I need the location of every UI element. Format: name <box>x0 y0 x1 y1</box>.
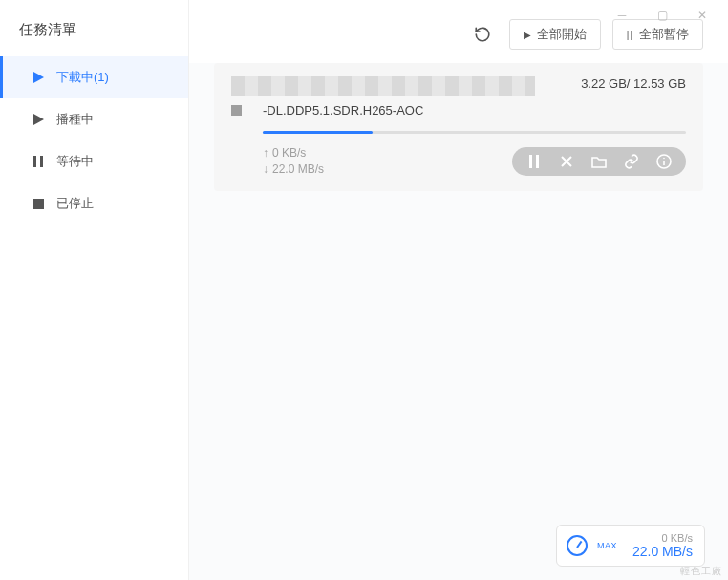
maximize-button[interactable]: ▢ <box>642 4 682 27</box>
progress-bar <box>263 131 686 134</box>
upload-speed: 0 KB/s <box>272 146 306 160</box>
task-filename: -DL.DDP5.1.SDR.H265-AOC <box>263 103 423 118</box>
window-controls: ─ ▢ ✕ <box>602 4 722 27</box>
button-label: 全部暫停 <box>639 26 689 43</box>
task-list: 3.22 GB/ 12.53 GB -DL.DDP5.1.SDR.H265-AO… <box>189 63 728 203</box>
pause-icon: || <box>627 30 633 40</box>
refresh-icon[interactable] <box>473 25 492 44</box>
open-folder-button[interactable] <box>583 147 615 176</box>
global-download-speed: 22.0 MB/s <box>632 544 693 559</box>
play-icon: ▶ <box>524 30 531 40</box>
sidebar-item-downloading[interactable]: 下載中(1) <box>0 56 188 98</box>
download-arrow-icon: ↓ <box>263 161 272 178</box>
svg-marker-1 <box>33 114 44 125</box>
copy-link-button[interactable] <box>615 147 648 176</box>
pause-icon <box>32 156 45 167</box>
button-label: 全部開始 <box>537 26 587 43</box>
task-title-redacted <box>231 76 535 96</box>
play-solid-icon <box>32 114 45 125</box>
global-upload-speed: 0 KB/s <box>662 532 693 544</box>
speedometer-icon <box>567 535 588 556</box>
svg-point-11 <box>663 157 665 159</box>
task-speeds: ↑0 KB/s ↓22.0 MB/s <box>263 145 324 178</box>
cancel-button[interactable] <box>550 147 583 176</box>
sidebar-item-waiting[interactable]: 等待中 <box>0 140 188 183</box>
sidebar-item-label: 等待中 <box>56 153 94 170</box>
stop-icon <box>32 199 45 209</box>
download-speed: 22.0 MB/s <box>272 162 324 176</box>
pause-button[interactable] <box>518 147 550 176</box>
svg-rect-4 <box>33 199 44 209</box>
watermark: 輕色工廠 <box>680 565 722 578</box>
info-button[interactable] <box>648 147 680 176</box>
play-icon <box>32 72 45 83</box>
svg-rect-6 <box>536 155 539 168</box>
sidebar-title: 任務清單 <box>0 0 188 56</box>
task-checkbox[interactable] <box>231 105 242 116</box>
svg-rect-3 <box>40 156 43 167</box>
sidebar-item-stopped[interactable]: 已停止 <box>0 183 188 225</box>
svg-rect-2 <box>33 156 36 167</box>
task-size: 3.22 GB/ 12.53 GB <box>581 76 686 91</box>
svg-marker-0 <box>33 72 44 83</box>
main-panel: ─ ▢ ✕ ▶ 全部開始 || 全部暫停 3.22 GB/ 12.53 GB <box>189 0 728 580</box>
sidebar-item-label: 播種中 <box>56 111 94 128</box>
svg-rect-5 <box>529 155 532 168</box>
task-actions <box>512 147 686 176</box>
sidebar-item-seeding[interactable]: 播種中 <box>0 98 188 140</box>
speed-label: MAX <box>597 541 617 550</box>
progress-fill <box>263 131 373 134</box>
global-speed-widget[interactable]: MAX 0 KB/s 22.0 MB/s <box>556 525 705 567</box>
sidebar-item-label: 已停止 <box>56 195 94 212</box>
sidebar-item-label: 下載中(1) <box>56 69 109 86</box>
sidebar: 任務清單 下載中(1) 播種中 等待中 已停止 <box>0 0 189 580</box>
task-row[interactable]: 3.22 GB/ 12.53 GB -DL.DDP5.1.SDR.H265-AO… <box>214 63 703 191</box>
close-button[interactable]: ✕ <box>682 4 722 27</box>
upload-arrow-icon: ↑ <box>263 145 272 161</box>
start-all-button[interactable]: ▶ 全部開始 <box>509 19 601 50</box>
minimize-button[interactable]: ─ <box>602 4 642 27</box>
